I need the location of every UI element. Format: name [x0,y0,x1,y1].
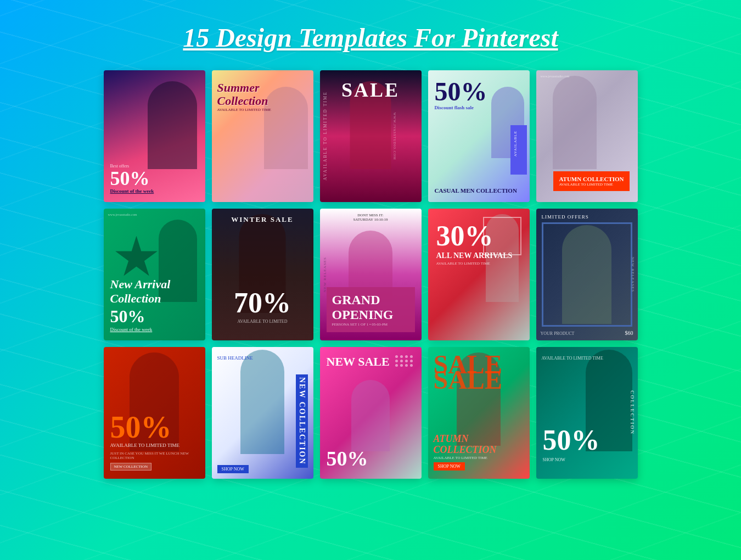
card11-percent: 50% [110,412,199,443]
template-card-10[interactable]: LIMITED OFFERS NEW RELEASES YOUR PRODUCT… [536,209,638,340]
template-card-12[interactable]: SUB HEADLINE NEW COLLECTION SHOP NOW [212,347,313,479]
card15-shop[interactable]: SHOP NOW [543,457,600,462]
figure-13 [351,380,390,451]
card9-percent: 30% [436,220,513,252]
card10-price: $60 [625,330,633,336]
card1-desc: Discount of the week [110,188,154,194]
card10-offers: LIMITED OFFERS [542,214,589,220]
card6-title: New Arrival Collection [110,277,205,306]
page-title: 15 Design Templates For Pinterest [183,22,558,54]
card11-btn[interactable]: NEW COLLECTION [110,463,152,471]
template-card-6[interactable]: www.jevasstudio.com New Arrival Collecti… [104,209,205,340]
card13-percent: 50% [327,446,368,471]
card4-percent: 50% [435,79,487,105]
template-card-11[interactable]: 50% AVAILABLE TO LIMITED TIME JUST IN CA… [104,347,205,479]
card2-avail: AVAILABLE TO LIMITED TIME [217,108,313,112]
card13-new-sale: NEW SALE [327,355,390,368]
template-card-5[interactable]: www.jevasstudio.com ATUMN COLLECTION AVA… [536,70,638,202]
title-section: 15 Design Templates For Pinterest [183,22,558,54]
card6-discount: Discount of the week [110,327,205,332]
template-card-15[interactable]: AVAILABLE TO LIMITED TIME 50% SHOP NOW C… [536,347,638,479]
card9-title: ALL NEW ARRIVALS [436,252,513,260]
card14-shop[interactable]: SHOP NOW [434,462,465,471]
card7-avail: AVAILABLE TO LIMITED [212,319,313,324]
card3-sale: SALE [341,79,400,102]
card6-percent: 50% [110,306,205,327]
figure-12 [240,350,284,454]
card5-atumn: ATUMN COLLECTION AVAILABLE TO LIMITED TI… [553,171,629,191]
dots-grid [395,355,413,367]
template-card-9[interactable]: 30% ALL NEW ARRIVALS AVAILABLE TO LIMITE… [428,209,530,340]
card14-atumn: ATUMN COLLECTION [434,434,524,456]
card3-label-right: WWW.JVASSTUDIO.COM [393,112,396,160]
star-shape [115,236,159,280]
figure-1 [148,81,197,169]
card4-side-bar: AVAILABLE [510,125,527,175]
template-card-14[interactable]: SALE SALE ATUMN COLLECTION AVAILABLE TO … [428,347,530,479]
card9-avail: AVAILABLE TO LIMITED TIME [436,261,513,266]
card10-new: NEW RELEASES [631,257,635,292]
card11-avail: AVAILABLE TO LIMITED TIME [110,443,199,449]
card12-sub: SUB HEADLINE [217,355,253,361]
card10-product: YOUR PRODUCT [541,331,575,336]
card8-dont-miss: DONT MISS IT: [320,213,422,217]
template-card-7[interactable]: WINTER SALE 70% AVAILABLE TO LIMITED [212,209,313,340]
template-card-13[interactable]: NEW SALE 50% [320,347,422,479]
card11-just: JUST IN CASE YOU MISS IT WE LUNCH NEW CO… [110,451,199,460]
card15-percent: 50% [543,424,600,456]
figure-5 [553,76,597,169]
card5-www: www.jevasstudio.com [541,75,570,78]
card2-title: Summer Collection [217,81,313,108]
template-card-3[interactable]: AVAILABLE TO LIMITED TIME SALE WWW.JVASS… [320,70,422,202]
card3-avail: AVAILABLE TO LIMITED TIME [323,91,328,180]
template-card-4[interactable]: 50% Discount flash sale CASUAL MEN COLLE… [428,70,530,202]
card8-saturday: SATURDAY 10:10:19 [320,217,422,222]
template-card-1[interactable]: Best offers 50% Discount of the week [104,70,205,202]
card1-percent: 50% [110,169,154,188]
card12-shop[interactable]: SHOP NOW [217,465,249,473]
card7-percent: 70% [212,287,313,319]
template-card-2[interactable]: Summer Collection AVAILABLE TO LIMITED T… [212,70,313,202]
card4-collection: CASUAL MEN COLLECTION [435,187,517,194]
card15-avail: AVAILABLE TO LIMITED TIME [542,355,632,361]
page-container: 15 Design Templates For Pinterest Best o… [0,0,741,490]
card14-sale2: SALE [434,368,502,391]
card15-collection: COLLECTION [630,390,635,435]
card6-www: www.jevasstudio.com [108,213,137,216]
card14-avail: AVAILABLE TO LIMITED TIME [434,456,524,460]
card4-available: AVAILABLE [513,131,518,156]
card12-new-collection: NEW COLLECTION [296,374,308,468]
photo-frame [542,222,632,327]
template-card-8[interactable]: DONT MISS IT: SATURDAY 10:10:19 NEW RELE… [320,209,422,340]
card8-versona: PERSONA SET 1 OF 1 • 05-03-PM [332,322,409,327]
templates-grid: Best offers 50% Discount of the week Sum… [104,70,638,479]
card8-grand-opening: GRAND OPENING [332,293,409,322]
card7-title: WINTER SALE [212,215,313,224]
